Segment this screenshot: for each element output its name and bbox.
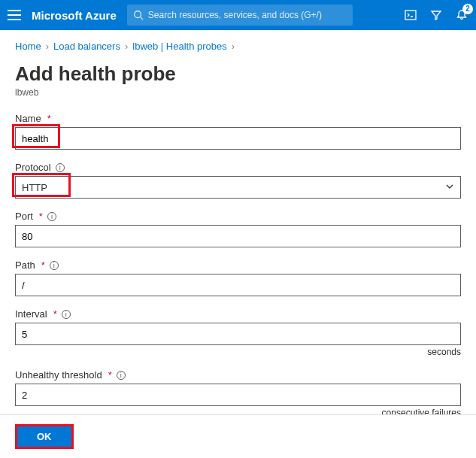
name-input[interactable] xyxy=(15,127,461,150)
required-icon: * xyxy=(47,113,51,124)
field-name: Name* xyxy=(15,113,461,150)
interval-input[interactable] xyxy=(15,323,461,345)
menu-icon[interactable] xyxy=(8,10,21,20)
search-input[interactable] xyxy=(148,10,347,20)
unhealthy-label: Unhealthy threshold* i xyxy=(15,369,461,381)
global-search[interactable] xyxy=(127,5,353,26)
protocol-label: Protocol i xyxy=(15,162,461,173)
name-label: Name* xyxy=(15,113,461,124)
field-path: Path* i xyxy=(15,259,461,296)
chevron-right-icon: › xyxy=(125,41,128,52)
field-unhealthy-threshold: Unhealthy threshold* i consecutive failu… xyxy=(15,369,461,418)
crumb-home[interactable]: Home xyxy=(15,41,41,52)
cloud-shell-icon[interactable] xyxy=(404,8,417,22)
footer: OK xyxy=(0,414,476,458)
chevron-right-icon: › xyxy=(232,41,235,52)
info-icon[interactable]: i xyxy=(117,371,126,380)
breadcrumb: Home › Load balancers › lbweb | Health p… xyxy=(0,30,476,59)
svg-rect-2 xyxy=(405,11,416,20)
header-actions: 2 xyxy=(404,8,468,22)
path-input[interactable] xyxy=(15,274,461,296)
required-icon: * xyxy=(39,211,43,222)
filter-icon[interactable] xyxy=(429,8,443,22)
page-body: Add health probe lbweb Name* Protocol i … xyxy=(0,62,476,418)
port-label: Port* i xyxy=(15,211,461,222)
notification-badge: 2 xyxy=(462,4,473,14)
field-protocol: Protocol i HTTP xyxy=(15,162,461,199)
page-title: Add health probe xyxy=(15,62,461,86)
svg-point-0 xyxy=(135,11,141,18)
crumb-health-probes[interactable]: lbweb | Health probes xyxy=(132,41,227,52)
svg-line-1 xyxy=(140,17,143,20)
notifications-icon[interactable]: 2 xyxy=(455,8,468,22)
page-subtitle: lbweb xyxy=(15,87,461,98)
protocol-select[interactable]: HTTP xyxy=(15,176,461,199)
chevron-right-icon: › xyxy=(46,41,49,52)
field-port: Port* i xyxy=(15,211,461,247)
field-interval: Interval* i seconds xyxy=(15,308,461,357)
brand-label: Microsoft Azure xyxy=(32,9,117,22)
protocol-value: HTTP xyxy=(22,182,47,193)
required-icon: * xyxy=(53,308,57,320)
info-icon[interactable]: i xyxy=(50,261,59,270)
required-icon: * xyxy=(108,369,112,381)
info-icon[interactable]: i xyxy=(47,212,56,221)
info-icon[interactable]: i xyxy=(62,310,71,319)
highlight-box: OK xyxy=(15,424,74,449)
interval-suffix: seconds xyxy=(15,347,461,357)
unhealthy-input[interactable] xyxy=(15,384,461,406)
info-icon[interactable]: i xyxy=(56,163,65,172)
port-input[interactable] xyxy=(15,225,461,247)
path-label: Path* i xyxy=(15,259,461,271)
ok-button[interactable]: OK xyxy=(17,426,71,447)
required-icon: * xyxy=(41,259,45,271)
top-bar: Microsoft Azure 2 xyxy=(0,0,476,30)
crumb-load-balancers[interactable]: Load balancers xyxy=(53,41,120,52)
chevron-down-icon xyxy=(445,182,454,193)
interval-label: Interval* i xyxy=(15,308,461,320)
search-icon xyxy=(133,10,144,20)
